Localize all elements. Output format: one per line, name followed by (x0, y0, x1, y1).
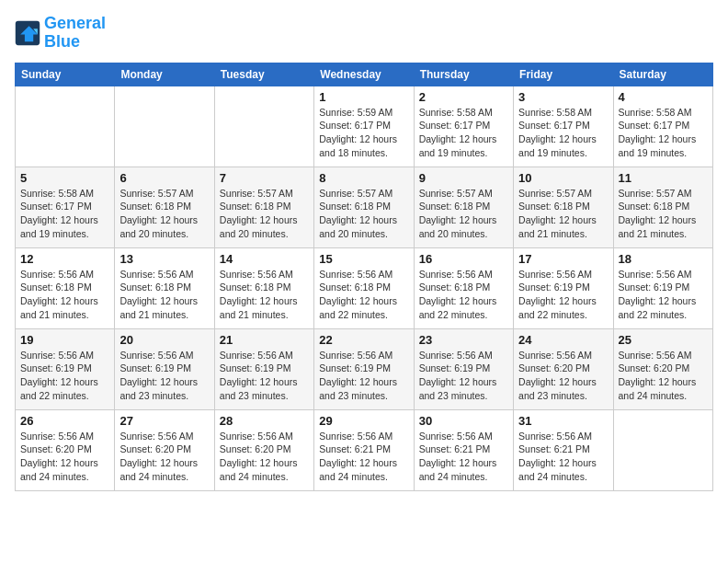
day-number: 11 (619, 171, 708, 185)
calendar-cell: 7Sunrise: 5:57 AM Sunset: 6:18 PM Daylig… (214, 167, 313, 247)
day-number: 25 (619, 333, 708, 347)
day-number: 4 (619, 90, 708, 104)
calendar-cell (16, 86, 115, 167)
day-info: Sunrise: 5:56 AM Sunset: 6:18 PM Dayligh… (319, 268, 408, 322)
day-info: Sunrise: 5:56 AM Sunset: 6:19 PM Dayligh… (119, 349, 209, 403)
calendar-week-row: 1Sunrise: 5:59 AM Sunset: 6:17 PM Daylig… (16, 86, 713, 167)
day-number: 17 (518, 252, 608, 266)
weekday-header: Tuesday (214, 63, 313, 86)
day-number: 26 (20, 414, 109, 428)
calendar-week-row: 26Sunrise: 5:56 AM Sunset: 6:20 PM Dayli… (16, 409, 713, 490)
day-info: Sunrise: 5:58 AM Sunset: 6:17 PM Dayligh… (518, 106, 608, 160)
day-number: 5 (20, 171, 109, 185)
day-number: 8 (319, 171, 408, 185)
calendar-cell: 28Sunrise: 5:56 AM Sunset: 6:20 PM Dayli… (214, 409, 313, 490)
day-info: Sunrise: 5:56 AM Sunset: 6:21 PM Dayligh… (319, 430, 408, 484)
calendar-cell: 3Sunrise: 5:58 AM Sunset: 6:17 PM Daylig… (514, 86, 613, 167)
day-number: 6 (119, 171, 209, 185)
calendar-cell: 21Sunrise: 5:56 AM Sunset: 6:19 PM Dayli… (214, 328, 313, 409)
day-info: Sunrise: 5:58 AM Sunset: 6:17 PM Dayligh… (619, 106, 708, 160)
day-number: 24 (518, 333, 608, 347)
weekday-header: Sunday (16, 63, 115, 86)
weekday-header: Saturday (613, 63, 712, 86)
day-info: Sunrise: 5:56 AM Sunset: 6:19 PM Dayligh… (619, 268, 708, 322)
calendar-cell: 22Sunrise: 5:56 AM Sunset: 6:19 PM Dayli… (314, 328, 414, 409)
calendar-cell (115, 86, 214, 167)
calendar-cell: 16Sunrise: 5:56 AM Sunset: 6:18 PM Dayli… (414, 247, 513, 328)
day-number: 2 (419, 90, 508, 104)
page-header: General Blue (15, 15, 713, 52)
calendar-table: SundayMondayTuesdayWednesdayThursdayFrid… (15, 63, 713, 491)
day-info: Sunrise: 5:56 AM Sunset: 6:21 PM Dayligh… (518, 430, 608, 484)
day-info: Sunrise: 5:57 AM Sunset: 6:18 PM Dayligh… (119, 187, 209, 241)
day-number: 16 (419, 252, 508, 266)
weekday-header: Wednesday (314, 63, 414, 86)
calendar-cell: 10Sunrise: 5:57 AM Sunset: 6:18 PM Dayli… (514, 167, 613, 247)
day-info: Sunrise: 5:57 AM Sunset: 6:18 PM Dayligh… (518, 187, 608, 241)
day-info: Sunrise: 5:59 AM Sunset: 6:17 PM Dayligh… (319, 106, 408, 160)
calendar-cell: 6Sunrise: 5:57 AM Sunset: 6:18 PM Daylig… (115, 167, 214, 247)
calendar-cell: 8Sunrise: 5:57 AM Sunset: 6:18 PM Daylig… (314, 167, 414, 247)
day-info: Sunrise: 5:56 AM Sunset: 6:18 PM Dayligh… (119, 268, 209, 322)
day-number: 28 (220, 414, 309, 428)
calendar-cell: 4Sunrise: 5:58 AM Sunset: 6:17 PM Daylig… (613, 86, 712, 167)
calendar-cell: 18Sunrise: 5:56 AM Sunset: 6:19 PM Dayli… (613, 247, 712, 328)
day-info: Sunrise: 5:56 AM Sunset: 6:19 PM Dayligh… (20, 349, 109, 403)
calendar-week-row: 12Sunrise: 5:56 AM Sunset: 6:18 PM Dayli… (16, 247, 713, 328)
calendar-cell: 12Sunrise: 5:56 AM Sunset: 6:18 PM Dayli… (16, 247, 115, 328)
day-number: 1 (319, 90, 408, 104)
day-info: Sunrise: 5:56 AM Sunset: 6:19 PM Dayligh… (319, 349, 408, 403)
calendar-cell (613, 409, 712, 490)
day-info: Sunrise: 5:56 AM Sunset: 6:20 PM Dayligh… (619, 349, 708, 403)
logo: General Blue (15, 15, 106, 52)
calendar-cell: 26Sunrise: 5:56 AM Sunset: 6:20 PM Dayli… (16, 409, 115, 490)
day-number: 21 (220, 333, 309, 347)
calendar-cell: 2Sunrise: 5:58 AM Sunset: 6:17 PM Daylig… (414, 86, 513, 167)
day-number: 9 (419, 171, 508, 185)
day-info: Sunrise: 5:57 AM Sunset: 6:18 PM Dayligh… (419, 187, 508, 241)
day-number: 19 (20, 333, 109, 347)
day-info: Sunrise: 5:56 AM Sunset: 6:19 PM Dayligh… (518, 268, 608, 322)
calendar-cell: 30Sunrise: 5:56 AM Sunset: 6:21 PM Dayli… (414, 409, 513, 490)
logo-text: General Blue (44, 15, 106, 52)
calendar-week-row: 5Sunrise: 5:58 AM Sunset: 6:17 PM Daylig… (16, 167, 713, 247)
calendar-cell: 20Sunrise: 5:56 AM Sunset: 6:19 PM Dayli… (115, 328, 214, 409)
calendar-cell: 9Sunrise: 5:57 AM Sunset: 6:18 PM Daylig… (414, 167, 513, 247)
calendar-cell: 17Sunrise: 5:56 AM Sunset: 6:19 PM Dayli… (514, 247, 613, 328)
calendar-week-row: 19Sunrise: 5:56 AM Sunset: 6:19 PM Dayli… (16, 328, 713, 409)
day-number: 3 (518, 90, 608, 104)
day-info: Sunrise: 5:56 AM Sunset: 6:19 PM Dayligh… (220, 349, 309, 403)
calendar-cell: 27Sunrise: 5:56 AM Sunset: 6:20 PM Dayli… (115, 409, 214, 490)
calendar-cell (214, 86, 313, 167)
day-number: 29 (319, 414, 408, 428)
day-number: 15 (319, 252, 408, 266)
calendar-cell: 29Sunrise: 5:56 AM Sunset: 6:21 PM Dayli… (314, 409, 414, 490)
day-number: 14 (220, 252, 309, 266)
calendar-cell: 14Sunrise: 5:56 AM Sunset: 6:18 PM Dayli… (214, 247, 313, 328)
day-info: Sunrise: 5:58 AM Sunset: 6:17 PM Dayligh… (20, 187, 109, 241)
day-number: 22 (319, 333, 408, 347)
day-number: 30 (419, 414, 508, 428)
calendar-cell: 13Sunrise: 5:56 AM Sunset: 6:18 PM Dayli… (115, 247, 214, 328)
weekday-header: Friday (514, 63, 613, 86)
day-number: 31 (518, 414, 608, 428)
calendar-cell: 1Sunrise: 5:59 AM Sunset: 6:17 PM Daylig… (314, 86, 414, 167)
calendar-header-row: SundayMondayTuesdayWednesdayThursdayFrid… (16, 63, 713, 86)
calendar-cell: 15Sunrise: 5:56 AM Sunset: 6:18 PM Dayli… (314, 247, 414, 328)
day-info: Sunrise: 5:56 AM Sunset: 6:18 PM Dayligh… (20, 268, 109, 322)
day-info: Sunrise: 5:56 AM Sunset: 6:20 PM Dayligh… (20, 430, 109, 484)
day-info: Sunrise: 5:56 AM Sunset: 6:20 PM Dayligh… (220, 430, 309, 484)
day-number: 27 (119, 414, 209, 428)
day-info: Sunrise: 5:56 AM Sunset: 6:20 PM Dayligh… (518, 349, 608, 403)
day-number: 20 (119, 333, 209, 347)
logo-icon (15, 20, 40, 46)
weekday-header: Thursday (414, 63, 513, 86)
day-info: Sunrise: 5:56 AM Sunset: 6:20 PM Dayligh… (119, 430, 209, 484)
calendar-cell: 25Sunrise: 5:56 AM Sunset: 6:20 PM Dayli… (613, 328, 712, 409)
weekday-header: Monday (115, 63, 214, 86)
calendar-cell: 19Sunrise: 5:56 AM Sunset: 6:19 PM Dayli… (16, 328, 115, 409)
calendar-cell: 5Sunrise: 5:58 AM Sunset: 6:17 PM Daylig… (16, 167, 115, 247)
day-number: 23 (419, 333, 508, 347)
day-number: 7 (220, 171, 309, 185)
day-info: Sunrise: 5:57 AM Sunset: 6:18 PM Dayligh… (220, 187, 309, 241)
